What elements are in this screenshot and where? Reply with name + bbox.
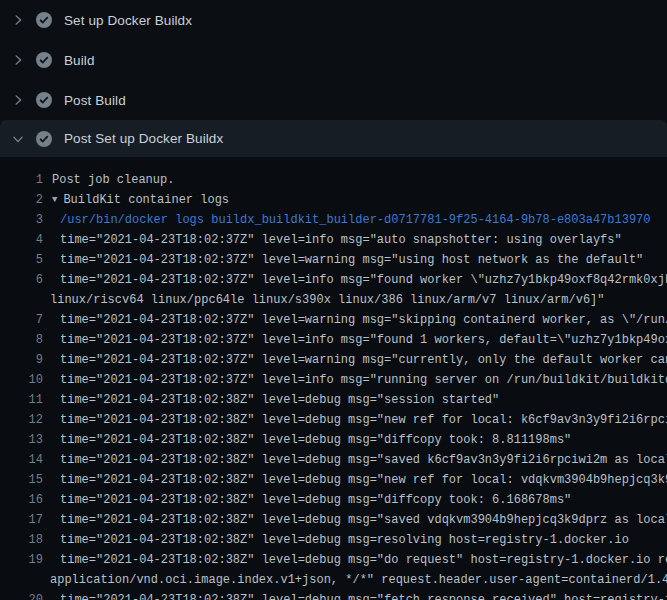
- log-text: time="2021-04-23T18:02:37Z" level=info m…: [43, 330, 667, 350]
- log-text: time="2021-04-23T18:02:38Z" level=debug …: [43, 450, 667, 470]
- log-line: 13 time="2021-04-23T18:02:38Z" level=deb…: [0, 430, 667, 450]
- line-number[interactable]: 9: [0, 350, 43, 370]
- line-number[interactable]: 20: [0, 590, 43, 600]
- log-line: 11 time="2021-04-23T18:02:38Z" level=deb…: [0, 390, 667, 410]
- check-circle-icon: [36, 92, 52, 108]
- log-text: linux/riscv64 linux/ppc64le linux/s390x …: [43, 290, 605, 310]
- log-line: 1 Post job cleanup.: [0, 170, 667, 190]
- log-text: time="2021-04-23T18:02:38Z" level=debug …: [43, 470, 667, 490]
- log-line: 15 time="2021-04-23T18:02:38Z" level=deb…: [0, 470, 667, 490]
- step-label: Build: [64, 53, 95, 68]
- log-line: 18 time="2021-04-23T18:02:38Z" level=deb…: [0, 530, 667, 550]
- log-text: Post job cleanup.: [43, 170, 174, 190]
- line-number[interactable]: 5: [0, 250, 43, 270]
- step-row[interactable]: Post Set up Docker Buildx: [0, 120, 667, 157]
- line-number[interactable]: [0, 290, 43, 310]
- step-label: Post Set up Docker Buildx: [64, 131, 223, 146]
- line-number[interactable]: 7: [0, 310, 43, 330]
- line-number[interactable]: 3: [0, 210, 43, 230]
- step-label: Set up Docker Buildx: [64, 13, 192, 28]
- line-number[interactable]: 1: [0, 170, 43, 190]
- log-text: /usr/bin/docker logs buildx_buildkit_bui…: [43, 210, 651, 230]
- log-line: 19 time="2021-04-23T18:02:38Z" level=deb…: [0, 550, 667, 570]
- log-text: time="2021-04-23T18:02:38Z" level=debug …: [43, 410, 667, 430]
- chevron-right-icon: [12, 94, 24, 106]
- log-line: 12 time="2021-04-23T18:02:38Z" level=deb…: [0, 410, 667, 430]
- line-number[interactable]: 6: [0, 270, 43, 290]
- step-row[interactable]: Post Build: [0, 80, 667, 120]
- check-circle-icon: [36, 131, 52, 147]
- step-row[interactable]: Set up Docker Buildx: [0, 0, 667, 40]
- line-number[interactable]: 11: [0, 390, 43, 410]
- log-text: time="2021-04-23T18:02:38Z" level=debug …: [43, 590, 667, 600]
- log-line: 5 time="2021-04-23T18:02:37Z" level=warn…: [0, 250, 667, 270]
- log-line: 2 ▼BuildKit container logs: [0, 190, 667, 210]
- actions-log-viewer: Set up Docker Buildx Build Post Build: [0, 0, 667, 600]
- log-line: linux/riscv64 linux/ppc64le linux/s390x …: [0, 290, 667, 310]
- log-line: 4 time="2021-04-23T18:02:37Z" level=info…: [0, 230, 667, 250]
- log-text: time="2021-04-23T18:02:37Z" level=warnin…: [43, 350, 667, 370]
- line-number[interactable]: 10: [0, 370, 43, 390]
- line-number[interactable]: 8: [0, 330, 43, 350]
- log-line: 17 time="2021-04-23T18:02:38Z" level=deb…: [0, 510, 667, 530]
- log-line: 3 /usr/bin/docker logs buildx_buildkit_b…: [0, 210, 667, 230]
- line-number[interactable]: 18: [0, 530, 43, 550]
- chevron-right-icon: [12, 14, 24, 26]
- log-text: time="2021-04-23T18:02:38Z" level=debug …: [43, 390, 499, 410]
- log-panel[interactable]: 1 Post job cleanup. 2 ▼BuildKit containe…: [0, 157, 667, 600]
- line-number[interactable]: 13: [0, 430, 43, 450]
- log-line: 20 time="2021-04-23T18:02:38Z" level=deb…: [0, 590, 667, 600]
- line-number[interactable]: 16: [0, 490, 43, 510]
- log-line: 16 time="2021-04-23T18:02:38Z" level=deb…: [0, 490, 667, 510]
- log-line: 8 time="2021-04-23T18:02:37Z" level=info…: [0, 330, 667, 350]
- chevron-right-icon: [12, 54, 24, 66]
- line-number[interactable]: 17: [0, 510, 43, 530]
- log-text: time="2021-04-23T18:02:38Z" level=debug …: [43, 550, 667, 570]
- log-line: 10 time="2021-04-23T18:02:37Z" level=inf…: [0, 370, 667, 390]
- check-circle-icon: [36, 52, 52, 68]
- log-text: time="2021-04-23T18:02:37Z" level=warnin…: [43, 250, 643, 270]
- log-text: time="2021-04-23T18:02:38Z" level=debug …: [43, 510, 667, 530]
- log-line: application/vnd.oci.image.index.v1+json,…: [0, 570, 667, 590]
- log-line: 9 time="2021-04-23T18:02:37Z" level=warn…: [0, 350, 667, 370]
- chevron-down-icon: [12, 133, 24, 145]
- triangle-down-icon[interactable]: ▼: [52, 195, 57, 205]
- log-text: time="2021-04-23T18:02:38Z" level=debug …: [43, 530, 629, 550]
- line-number[interactable]: 19: [0, 550, 43, 570]
- line-number[interactable]: 2: [0, 190, 43, 210]
- log-line: 14 time="2021-04-23T18:02:38Z" level=deb…: [0, 450, 667, 470]
- line-number[interactable]: 12: [0, 410, 43, 430]
- step-label: Post Build: [64, 93, 126, 108]
- line-number[interactable]: 4: [0, 230, 43, 250]
- log-text: ▼BuildKit container logs: [43, 190, 229, 210]
- log-line: 6 time="2021-04-23T18:02:37Z" level=info…: [0, 270, 667, 290]
- log-text: time="2021-04-23T18:02:37Z" level=info m…: [43, 270, 667, 290]
- check-circle-icon: [36, 12, 52, 28]
- log-line: 7 time="2021-04-23T18:02:37Z" level=warn…: [0, 310, 667, 330]
- line-number[interactable]: [0, 570, 43, 590]
- line-number[interactable]: 14: [0, 450, 43, 470]
- line-number[interactable]: 15: [0, 470, 43, 490]
- log-text: application/vnd.oci.image.index.v1+json,…: [43, 570, 667, 590]
- step-list: Set up Docker Buildx Build Post Build: [0, 0, 667, 157]
- log-text: time="2021-04-23T18:02:38Z" level=debug …: [43, 490, 571, 510]
- log-text: time="2021-04-23T18:02:38Z" level=debug …: [43, 430, 571, 450]
- log-text: time="2021-04-23T18:02:37Z" level=info m…: [43, 370, 667, 390]
- log-text: time="2021-04-23T18:02:37Z" level=info m…: [43, 230, 622, 250]
- step-row[interactable]: Build: [0, 40, 667, 80]
- log-text: time="2021-04-23T18:02:37Z" level=warnin…: [43, 310, 667, 330]
